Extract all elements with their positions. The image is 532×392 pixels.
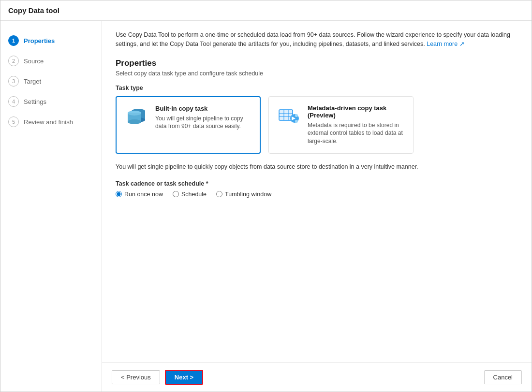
radio-schedule[interactable]: Schedule bbox=[173, 191, 207, 198]
builtin-copy-card[interactable]: Built-in copy task You will get single p… bbox=[116, 96, 261, 154]
footer: < Previous Next > Cancel bbox=[102, 363, 532, 392]
window-title: Copy Data tool bbox=[8, 6, 59, 15]
cancel-button[interactable]: Cancel bbox=[484, 370, 522, 384]
sidebar-label-settings: Settings bbox=[24, 98, 46, 105]
radio-run-once-label: Run once now bbox=[124, 191, 163, 198]
sidebar: 1 Properties 2 Source 3 Target 4 Setting… bbox=[0, 21, 102, 392]
builtin-copy-desc: You will get single pipeline to copy dat… bbox=[155, 115, 252, 131]
step-circle-3: 3 bbox=[8, 76, 19, 87]
builtin-copy-text: Built-in copy task You will get single p… bbox=[155, 105, 252, 131]
metadata-copy-card[interactable]: Metadata-driven copy task (Preview) Meta… bbox=[268, 96, 414, 154]
radio-tumbling-label: Tumbling window bbox=[225, 191, 271, 198]
pipeline-description: You will get single pipeline to quickly … bbox=[116, 162, 518, 172]
sidebar-item-settings[interactable]: 4 Settings bbox=[0, 91, 102, 112]
sidebar-item-review[interactable]: 5 Review and finish bbox=[0, 112, 102, 132]
next-button[interactable]: Next > bbox=[165, 370, 203, 385]
sidebar-item-properties[interactable]: 1 Properties bbox=[0, 30, 102, 51]
previous-button[interactable]: < Previous bbox=[112, 370, 160, 384]
title-bar: Copy Data tool bbox=[0, 0, 532, 21]
info-banner: Use Copy Data Tool to perform a one-time… bbox=[116, 30, 518, 49]
cadence-radio-group: Run once now Schedule Tumbling window bbox=[116, 191, 518, 198]
sidebar-label-target: Target bbox=[24, 78, 41, 85]
radio-run-once[interactable]: Run once now bbox=[116, 191, 163, 198]
sidebar-label-properties: Properties bbox=[24, 37, 55, 44]
next-label: Next > bbox=[175, 374, 193, 381]
cancel-label: Cancel bbox=[493, 374, 513, 381]
step-circle-4: 4 bbox=[8, 96, 19, 107]
sidebar-label-review: Review and finish bbox=[24, 118, 73, 126]
learn-more-link[interactable]: Learn more ➚ bbox=[427, 41, 464, 47]
content-body: Use Copy Data Tool to perform a one-time… bbox=[102, 21, 532, 363]
radio-schedule-input[interactable] bbox=[173, 191, 179, 197]
radio-schedule-label: Schedule bbox=[181, 191, 207, 198]
section-title: Properties bbox=[116, 58, 518, 68]
sidebar-item-source[interactable]: 2 Source bbox=[0, 51, 102, 71]
sidebar-item-target[interactable]: 3 Target bbox=[0, 71, 102, 91]
section-subtitle: Select copy data task type and configure… bbox=[116, 70, 518, 77]
previous-label: < Previous bbox=[121, 374, 151, 381]
step-circle-1: 1 bbox=[8, 35, 19, 46]
task-type-label: Task type bbox=[116, 85, 518, 91]
task-cards: Built-in copy task You will get single p… bbox=[116, 96, 518, 154]
metadata-copy-desc: Metadata is required to be stored in ext… bbox=[308, 121, 405, 145]
step-circle-2: 2 bbox=[8, 56, 19, 66]
step-circle-5: 5 bbox=[8, 116, 19, 127]
builtin-copy-title: Built-in copy task bbox=[155, 105, 252, 112]
metadata-copy-text: Metadata-driven copy task (Preview) Meta… bbox=[308, 104, 405, 145]
content-area: Use Copy Data Tool to perform a one-time… bbox=[102, 21, 532, 392]
metadata-copy-title: Metadata-driven copy task (Preview) bbox=[308, 104, 405, 119]
main-area: 1 Properties 2 Source 3 Target 4 Setting… bbox=[0, 21, 532, 392]
radio-tumbling-input[interactable] bbox=[216, 191, 222, 197]
cadence-label: Task cadence or task schedule * bbox=[116, 180, 518, 187]
builtin-copy-icon bbox=[124, 105, 148, 129]
metadata-copy-icon bbox=[277, 104, 301, 129]
radio-tumbling[interactable]: Tumbling window bbox=[216, 191, 271, 198]
svg-point-6 bbox=[128, 111, 141, 116]
copy-data-tool-window: Copy Data tool 1 Properties 2 Source 3 T… bbox=[0, 0, 532, 392]
svg-point-5 bbox=[128, 119, 141, 124]
sidebar-label-source: Source bbox=[24, 58, 44, 65]
radio-run-once-input[interactable] bbox=[116, 191, 122, 197]
